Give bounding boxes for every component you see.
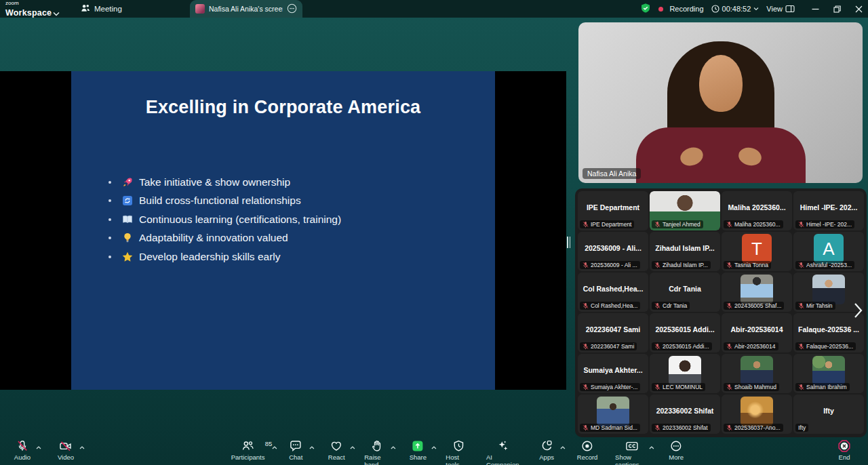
participant-tile[interactable]: 202536015 Addi...202536015 Addi... bbox=[650, 313, 720, 352]
participant-tile[interactable]: Cdr TaniaCdr Tania bbox=[650, 272, 720, 312]
minimize-icon[interactable] bbox=[812, 5, 819, 13]
participant-tile[interactable]: AAshraful -20253... bbox=[793, 232, 864, 271]
participant-name-label: Abir-202536014 bbox=[724, 342, 778, 350]
participants-button[interactable]: Participants 85 bbox=[235, 437, 261, 465]
speaker-name-tag: Nafisa Ali Anika bbox=[583, 168, 641, 179]
participant-display-name: Falaque-202536 ... bbox=[796, 325, 861, 333]
participant-tile[interactable]: TTasnia Tonna bbox=[722, 232, 792, 271]
host-tools-button[interactable]: Host tools bbox=[446, 437, 471, 465]
participant-tile[interactable]: 202436005 Shaf... bbox=[722, 272, 792, 312]
brand-zoom-text: zoom bbox=[5, 1, 52, 6]
mic-muted-icon bbox=[654, 302, 660, 309]
more-button[interactable]: More bbox=[663, 437, 689, 465]
video-chevron-up-icon[interactable] bbox=[79, 443, 85, 451]
participant-name-label: Tasnia Tonna bbox=[724, 261, 771, 269]
shared-screen-tab-label: Nafisa Ali Anika's screen bbox=[209, 5, 283, 13]
security-shield-icon[interactable] bbox=[640, 3, 651, 15]
recording-dot-icon bbox=[658, 7, 663, 12]
meeting-tab-label: Meeting bbox=[94, 5, 122, 13]
audio-chevron-up-icon[interactable] bbox=[36, 443, 41, 451]
book-icon bbox=[121, 215, 133, 224]
participant-tile[interactable]: 202536009 - Ali...202536009 - Ali ... bbox=[578, 232, 648, 271]
apps-button[interactable]: Apps bbox=[534, 437, 559, 465]
participant-tile[interactable]: Abir-202536014Abir-202536014 bbox=[722, 313, 792, 352]
mic-muted-icon bbox=[16, 439, 29, 452]
slide-bullet: Develop leadership skills early bbox=[108, 247, 341, 266]
participant-tile[interactable]: Salman Ibrahim bbox=[793, 354, 864, 393]
participant-tile[interactable]: Maliha 2025360...Maliha 2025360... bbox=[722, 191, 792, 230]
participant-tile[interactable]: Col Rashed,Hea...Col Rashed,Hea... bbox=[578, 272, 648, 312]
participant-display-name: Ifty bbox=[821, 407, 836, 415]
mic-muted-icon bbox=[583, 343, 589, 350]
recording-indicator[interactable]: Recording bbox=[658, 5, 703, 13]
participant-tile[interactable]: IftyIfty bbox=[793, 395, 864, 434]
video-label: Video bbox=[58, 453, 74, 461]
ai-companion-button[interactable]: AI Companion bbox=[486, 437, 519, 465]
end-meeting-button[interactable]: End bbox=[831, 437, 857, 461]
brand-workspace-text: Workspace bbox=[5, 8, 52, 18]
participant-tile[interactable]: 202536037-Ano... bbox=[722, 395, 792, 434]
restore-icon[interactable] bbox=[833, 5, 841, 13]
participant-display-name: 202236047 Sami bbox=[584, 325, 643, 333]
participant-name-label: LEC MOMINUL bbox=[652, 383, 705, 391]
toolbar-center-group: Participants 85 Chat React Raise hand bbox=[235, 437, 689, 465]
participant-name-label: Zihadul Islam IP... bbox=[652, 261, 711, 269]
participant-tile[interactable]: Tanjeel Ahmed bbox=[650, 191, 720, 230]
video-button[interactable]: Video bbox=[53, 437, 79, 461]
tab-shared-screen[interactable]: Nafisa Ali Anika's screen bbox=[190, 0, 302, 18]
slide-title: Excelling in Corporate America bbox=[71, 97, 495, 118]
gallery-next-page-chevron-icon[interactable] bbox=[854, 302, 863, 321]
raise-hand-chevron-up-icon[interactable] bbox=[391, 443, 396, 451]
participant-tile[interactable]: LEC MOMINUL bbox=[650, 354, 720, 393]
share-button[interactable]: Share bbox=[405, 437, 431, 465]
react-chevron-up-icon[interactable] bbox=[350, 443, 355, 451]
apps-chevron-up-icon[interactable] bbox=[560, 443, 566, 451]
participant-tile[interactable]: 202236047 Sami202236047 Sami bbox=[578, 313, 648, 352]
participant-display-name: Abir-202536014 bbox=[728, 325, 785, 333]
panel-resize-handle[interactable] bbox=[567, 237, 570, 248]
audio-button[interactable]: Audio bbox=[9, 437, 35, 461]
show-captions-button[interactable]: Show captions bbox=[615, 437, 648, 465]
participant-tile[interactable]: 202336002 Shifat202336002 Shifat bbox=[650, 395, 720, 434]
bullet-text: Build cross-functional relationships bbox=[139, 195, 301, 207]
participant-tile[interactable]: MD Sadman Sid... bbox=[578, 395, 648, 434]
mic-muted-icon bbox=[583, 262, 589, 268]
participant-name-label: Maliha 2025360... bbox=[724, 220, 783, 228]
participant-name-label: Falaque-202536... bbox=[795, 342, 856, 350]
participant-gallery: IPE DepartmentIPE DepartmentTanjeel Ahme… bbox=[575, 188, 867, 437]
workspace-chevron-down-icon[interactable] bbox=[53, 7, 60, 19]
share-label: Share bbox=[410, 453, 427, 461]
record-button[interactable]: Record bbox=[574, 437, 600, 465]
shared-screen-region: Excelling in Corporate America Take init… bbox=[0, 71, 566, 390]
mic-muted-icon bbox=[583, 221, 589, 228]
share-chevron-up-icon[interactable] bbox=[431, 443, 437, 451]
toolbar-left-group: Audio Video bbox=[9, 437, 79, 461]
captions-chevron-up-icon[interactable] bbox=[649, 443, 654, 451]
participant-name-label: 202536015 Addi... bbox=[652, 342, 712, 350]
participant-name-label: 202536009 - Ali ... bbox=[580, 261, 640, 269]
participant-tile[interactable]: Shoaib Mahmud bbox=[722, 354, 792, 393]
chat-button[interactable]: Chat bbox=[283, 437, 309, 465]
tab-meeting[interactable]: Meeting bbox=[76, 0, 126, 18]
bullet-text: Continuous learning (certifications, tra… bbox=[139, 214, 341, 226]
meeting-timer[interactable]: 00:48:52 bbox=[711, 5, 760, 13]
active-speaker-video[interactable]: Nafisa Ali Anika bbox=[578, 22, 863, 183]
mic-muted-icon bbox=[726, 221, 732, 228]
raise-hand-button[interactable]: Raise hand bbox=[364, 437, 390, 465]
rocket-icon bbox=[121, 177, 133, 188]
participant-tile[interactable]: Himel -IPE- 202...Himel -IPE- 202... bbox=[793, 191, 864, 230]
participant-tile[interactable]: IPE DepartmentIPE Department bbox=[578, 191, 648, 230]
mic-muted-icon bbox=[654, 384, 660, 390]
mic-muted-icon bbox=[726, 343, 732, 350]
participant-display-name: IPE Department bbox=[585, 203, 642, 211]
close-icon[interactable] bbox=[855, 5, 863, 13]
participant-tile[interactable]: Zihadul Islam IP...Zihadul Islam IP... bbox=[650, 232, 720, 271]
chat-label: Chat bbox=[289, 453, 302, 461]
recording-label: Recording bbox=[669, 5, 703, 13]
react-button[interactable]: React bbox=[323, 437, 349, 465]
view-button[interactable]: View bbox=[766, 5, 795, 13]
participants-chevron-up-icon[interactable] bbox=[272, 443, 277, 451]
tab-options-ellipsis-icon[interactable] bbox=[287, 3, 297, 15]
chat-chevron-up-icon[interactable] bbox=[309, 443, 315, 451]
participant-tile[interactable]: Sumaiya Akhter...Sumaiya Akhter-... bbox=[578, 354, 648, 393]
